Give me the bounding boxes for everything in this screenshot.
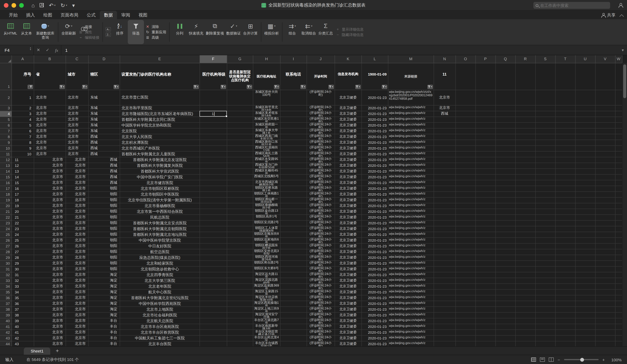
cell-N31[interactable] (434, 266, 456, 272)
column-header-B[interactable]: B (34, 55, 66, 63)
cell-E13[interactable]: 首都医科大学附属复兴医院 (120, 163, 200, 168)
cell-G44[interactable] (227, 341, 253, 346)
column-header-T[interactable]: T (555, 55, 575, 63)
cell-empty[interactable] (595, 151, 615, 157)
cell-L25[interactable]: 2020-01-23 (362, 232, 388, 237)
cell-A17[interactable]: 16 (11, 186, 34, 191)
cell-empty[interactable] (456, 312, 475, 318)
row-header-33[interactable]: 33 (0, 278, 11, 283)
cell-G27[interactable] (227, 243, 253, 249)
cell-E36[interactable]: 首都医科大学附属北京世纪坛医院 (120, 295, 200, 301)
cell-K41[interactable]: 北京卫健委 (335, 324, 362, 329)
cell-B37[interactable]: 北京市 (34, 301, 66, 307)
cell-F25[interactable] (200, 232, 227, 237)
filter-button-J[interactable]: ▾ (328, 85, 334, 89)
cell-D13[interactable]: 西城 (88, 163, 120, 168)
row-header-13[interactable]: 13 (0, 163, 11, 168)
subtotal-button[interactable]: Σ 分类汇总 (317, 20, 334, 44)
cell-empty[interactable] (615, 214, 622, 220)
cell-empty[interactable] (535, 255, 555, 260)
filter-button-D[interactable]: ▾ (113, 85, 119, 89)
cell-C4[interactable]: 北京市 (66, 111, 88, 117)
cell-N27[interactable] (434, 243, 456, 249)
vertical-scrollbar[interactable] (622, 63, 627, 346)
zoom-slider[interactable] (564, 359, 598, 360)
redo-dropdown-icon[interactable]: ▾ (66, 4, 67, 6)
cell-empty[interactable] (595, 237, 615, 243)
cell-C25[interactable]: 北京市 (66, 232, 88, 237)
cell-E24[interactable]: 首都医科大学附属北京朝阳医院 (120, 226, 200, 232)
cell-empty[interactable] (595, 243, 615, 249)
cell-empty[interactable] (515, 117, 535, 122)
cell-D36[interactable]: 海淀 (88, 295, 120, 301)
cell-L11[interactable]: 2020-01-23 (362, 151, 388, 157)
column-header-G[interactable]: G (227, 55, 253, 63)
filter-button-E[interactable]: ▾ (193, 85, 199, 89)
cell-empty[interactable] (475, 226, 495, 232)
cell-C37[interactable]: 北京市 (66, 301, 88, 307)
cell-empty[interactable] (595, 180, 615, 186)
cell-A14[interactable]: 13 (11, 168, 34, 174)
cell-D20[interactable]: 朝阳 (88, 203, 120, 209)
cell-empty[interactable] (475, 214, 495, 220)
cell-L22[interactable]: 2020-01-23 (362, 214, 388, 220)
cell-K15[interactable]: 北京卫健委 (335, 174, 362, 180)
cell-empty[interactable] (456, 243, 475, 249)
cell-empty[interactable] (555, 197, 575, 203)
cell-G29[interactable] (227, 255, 253, 260)
cell-empty[interactable] (615, 278, 622, 283)
cell-empty[interactable] (555, 335, 575, 341)
cell-D18[interactable]: 朝阳 (88, 191, 120, 197)
cell-A3[interactable]: 2 (11, 105, 34, 111)
cell-I35[interactable] (280, 289, 307, 295)
cell-empty[interactable] (495, 128, 515, 134)
cell-G18[interactable] (227, 191, 253, 197)
cell-empty[interactable] (495, 157, 515, 163)
cell-B28[interactable]: 北京市 (34, 249, 66, 255)
cell-empty[interactable] (456, 329, 475, 335)
cell-K33[interactable]: 北京卫健委 (335, 278, 362, 283)
cell-H37[interactable]: 海淀区西苑操场1号 (253, 301, 280, 307)
cell-J41[interactable]: (开诊时间:24小时) (307, 324, 335, 329)
cell-G14[interactable] (227, 168, 253, 174)
cell-H27[interactable]: 朝阳区樱花园东街2号 (253, 243, 280, 249)
cell-F23[interactable] (200, 220, 227, 226)
cell-empty[interactable] (515, 157, 535, 163)
cell-H12[interactable]: 西城区永安路95号 (253, 157, 280, 163)
cell-K8[interactable]: 北京卫健委 (335, 134, 362, 140)
cell-B35[interactable]: 北京市 (34, 289, 66, 295)
row-header-30[interactable]: 30 (0, 260, 11, 266)
cell-empty[interactable] (615, 289, 622, 295)
cell-empty[interactable] (535, 105, 555, 111)
cell-empty[interactable] (555, 203, 575, 209)
row-header-37[interactable]: 37 (0, 301, 11, 307)
cell-N20[interactable] (434, 203, 456, 209)
cell-E22[interactable]: 民航总医院 (120, 214, 200, 220)
cell-N12[interactable] (434, 157, 456, 163)
normal-view-icon[interactable] (531, 358, 536, 362)
cell-H38[interactable]: 海淀区上地三街9号 (253, 307, 280, 312)
cell-empty[interactable] (575, 186, 595, 191)
cell-M14[interactable]: wjw.beijing.gov.cn/wjwh/z (388, 168, 434, 174)
row-header-7[interactable]: 7 (0, 128, 11, 134)
cell-D11[interactable]: 西城 (88, 151, 120, 157)
cell-M7[interactable]: wjw.beijing.gov.cn/wjwh/z (388, 128, 434, 134)
cell-empty[interactable] (615, 324, 622, 329)
cell-C20[interactable]: 北京市 (66, 203, 88, 209)
cell-A29[interactable]: 28 (11, 255, 34, 260)
cell-E10[interactable]: 北京市西城区广外医院 (120, 145, 200, 151)
cell-empty[interactable] (615, 283, 622, 289)
cell-H35[interactable]: 海淀区玉泉路15号 (253, 289, 280, 295)
cell-empty[interactable] (575, 151, 595, 157)
name-box[interactable]: F4 ▲▼ (0, 45, 34, 55)
cell-F36[interactable] (200, 295, 227, 301)
tab-draw[interactable]: 绘图 (39, 11, 56, 19)
cell-B19[interactable]: 北京市 (34, 197, 66, 203)
cell-L24[interactable]: 2020-01-23 (362, 226, 388, 232)
cell-B42[interactable]: 北京市 (34, 329, 66, 335)
cell-M5[interactable]: wjw.beijing.gov.cn/wjwh/z (388, 117, 434, 122)
remove-duplicates-button[interactable]: ⧉ 删除重复项 (205, 20, 225, 44)
cell-I14[interactable] (280, 168, 307, 174)
cell-empty[interactable] (595, 255, 615, 260)
cell-empty[interactable] (575, 134, 595, 140)
